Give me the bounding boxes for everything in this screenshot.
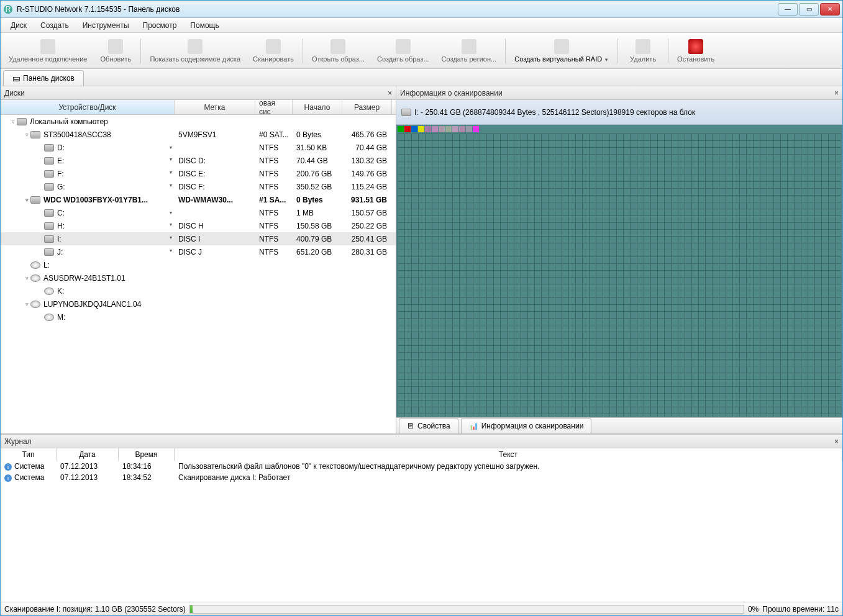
app-icon: R	[3, 4, 13, 14]
disk-row[interactable]: E:▾DISC D:NTFS70.44 GB130.32 GB	[1, 154, 396, 167]
col-size[interactable]: Размер	[342, 100, 392, 114]
remote-connect-icon	[40, 39, 55, 54]
vol-icon	[44, 170, 54, 178]
scan-icon: 📊	[469, 422, 478, 430]
progress-bar	[189, 605, 744, 614]
scan-button[interactable]: Сканировать	[247, 35, 299, 67]
disk-name: C:	[57, 209, 65, 217]
disk-row[interactable]: J:▾DISC JNTFS651.20 GB280.31 GB	[1, 245, 396, 258]
dropdown-icon[interactable]: ▾	[170, 210, 172, 215]
expander-icon[interactable]: ▿	[23, 275, 30, 281]
disk-row[interactable]: K:	[1, 284, 396, 297]
cd-icon	[44, 314, 54, 321]
refresh-button[interactable]: Обновить	[94, 35, 137, 67]
col-fs[interactable]: овая сис	[255, 100, 293, 114]
tab-disk-panel[interactable]: 🖴 Панель дисков	[3, 70, 84, 86]
log-panel-title: Журнал	[4, 437, 32, 446]
dropdown-icon[interactable]: ▾	[170, 170, 172, 175]
scan-panel-title: Информация о сканировании	[400, 89, 503, 97]
svg-text:R: R	[6, 5, 11, 14]
dropdown-icon[interactable]: ▾	[170, 235, 172, 240]
create-region-button[interactable]: Создать регион...	[436, 35, 503, 67]
disk-name: D:	[57, 143, 65, 152]
cd-icon	[30, 301, 40, 308]
disk-row[interactable]: ▿WDC WD1003FBYX-01Y7B1...WD-WMAW30...#1 …	[1, 193, 396, 206]
properties-icon: 🖹	[407, 422, 414, 430]
maximize-button[interactable]: ▭	[799, 3, 819, 16]
dropdown-icon[interactable]: ▾	[170, 248, 172, 253]
menu-Диск[interactable]: Диск	[4, 19, 33, 32]
disk-row[interactable]: M:	[1, 310, 396, 324]
expander-icon[interactable]: ▿	[23, 197, 30, 203]
vol-icon	[44, 209, 54, 217]
disk-row[interactable]: C:▾NTFS1 MB150.57 GB	[1, 206, 396, 219]
vol-icon	[44, 144, 54, 152]
close-panel-icon[interactable]: ×	[834, 437, 839, 446]
close-panel-icon[interactable]: ×	[388, 89, 392, 97]
disk-row[interactable]: G:▾DISC F:NTFS350.52 GB115.24 GB	[1, 180, 396, 193]
log-col-text[interactable]: Текст	[175, 448, 842, 461]
create-image-button[interactable]: Создать образ...	[371, 35, 435, 67]
dropdown-icon[interactable]: ▾	[170, 156, 172, 162]
disk-row[interactable]: ▿ASUSDRW-24B1ST1.01	[1, 271, 396, 284]
expander-icon[interactable]: ▿	[23, 132, 30, 138]
disk-tree[interactable]: ▿Локальный компьютер▿ST3500418ASCC385VM9…	[1, 115, 396, 433]
minimize-button[interactable]: —	[778, 3, 798, 16]
show-contents-button[interactable]: Показать содержимое диска	[144, 35, 246, 67]
dropdown-icon[interactable]: ▾	[170, 145, 172, 150]
vol-icon	[44, 183, 54, 191]
dropdown-icon[interactable]: ▾	[170, 222, 172, 227]
dropdown-icon[interactable]: ▾	[170, 183, 172, 188]
menu-Просмотр[interactable]: Просмотр	[137, 19, 183, 32]
menu-Создать[interactable]: Создать	[34, 19, 75, 32]
disk-name: L:	[43, 261, 50, 270]
disk-row[interactable]: ▿LUPYNOBJKDQJ4LANC1.04	[1, 297, 396, 310]
menubar: ДискСоздатьИнструментыПросмотрПомощь	[1, 18, 842, 33]
log-col-type[interactable]: Тип	[1, 448, 57, 461]
create-raid-button[interactable]: Создать виртуальный RAID▼	[509, 35, 614, 67]
disk-row[interactable]: ▿ST3500418ASCC385VM9FSV1#0 SAT...0 Bytes…	[1, 128, 396, 141]
delete-button[interactable]: Удалить	[621, 35, 665, 67]
remote-connect-button[interactable]: Удаленное подключение	[3, 35, 93, 67]
menu-Инструменты[interactable]: Инструменты	[76, 19, 135, 32]
open-image-button[interactable]: Открыть образ...	[306, 35, 370, 67]
disks-panel-header: Диски ×	[1, 86, 396, 100]
log-col-date[interactable]: Дата	[57, 448, 119, 461]
stop-button[interactable]: Остановить	[672, 35, 720, 67]
disk-icon	[401, 109, 411, 116]
scan-panel-header: Информация о сканировании ×	[396, 86, 842, 100]
statusbar: Сканирование I: позиция: 1.10 GB (230555…	[1, 602, 842, 615]
col-label[interactable]: Метка	[175, 100, 255, 114]
disk-row[interactable]: D:▾NTFS31.50 KB70.44 GB	[1, 141, 396, 154]
disk-name: M:	[57, 313, 65, 322]
disk-row[interactable]: ▿Локальный компьютер	[1, 115, 396, 128]
disk-name: ST3500418ASCC38	[43, 130, 111, 139]
refresh-icon	[108, 39, 123, 54]
col-device[interactable]: Устройство/Диск	[1, 100, 175, 114]
dropdown-icon: ▼	[604, 57, 609, 63]
status-pct: 0%	[748, 605, 759, 614]
tab-scan-info[interactable]: 📊Информация о сканировании	[461, 418, 592, 433]
close-panel-icon[interactable]: ×	[834, 89, 839, 97]
hdd-icon	[30, 196, 40, 204]
delete-icon	[636, 39, 650, 54]
disk-row[interactable]: H:▾DISC HNTFS150.58 GB250.22 GB	[1, 219, 396, 232]
log-panel-header: Журнал ×	[1, 435, 842, 448]
log-col-time[interactable]: Время	[119, 448, 175, 461]
expander-icon[interactable]: ▿	[23, 301, 30, 307]
disks-panel-title: Диски	[4, 89, 25, 97]
tab-properties[interactable]: 🖹Свойства	[399, 418, 458, 433]
menu-Помощь[interactable]: Помощь	[184, 19, 225, 32]
scan-map[interactable]	[396, 125, 842, 417]
cd-icon	[30, 261, 40, 269]
col-start[interactable]: Начало	[293, 100, 342, 114]
status-elapsed: Прошло времени: 11с	[762, 605, 839, 614]
scan-info-panel: Информация о сканировании × I: - 250.41 …	[396, 86, 842, 433]
vol-icon	[44, 235, 54, 243]
close-button[interactable]: ✕	[820, 3, 840, 16]
pc-icon	[17, 118, 27, 125]
expander-icon[interactable]: ▿	[9, 119, 17, 125]
disk-row[interactable]: I:▾DISC INTFS400.79 GB250.41 GB	[1, 232, 396, 245]
disk-row[interactable]: L:	[1, 258, 396, 271]
disk-row[interactable]: F:▾DISC E:NTFS200.76 GB149.76 GB	[1, 167, 396, 180]
